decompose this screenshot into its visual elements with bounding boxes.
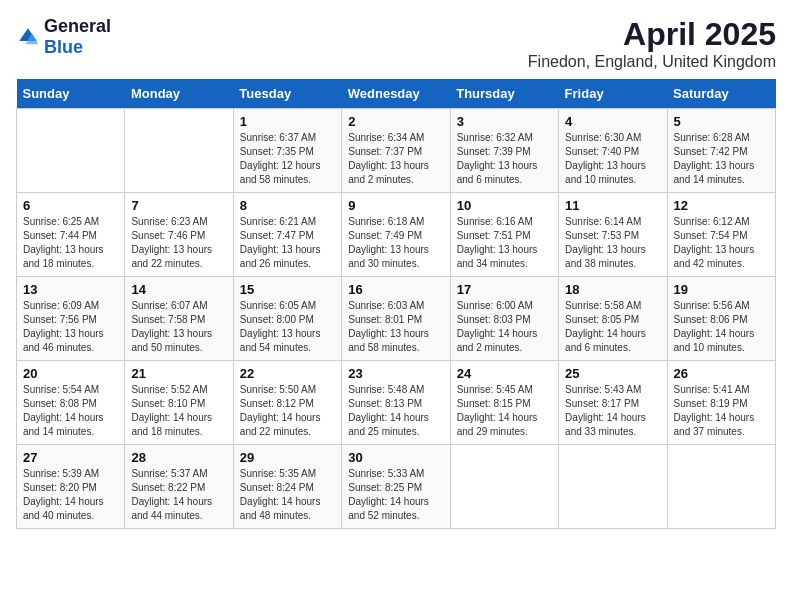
day-number: 4	[565, 114, 660, 129]
calendar-cell: 24Sunrise: 5:45 AMSunset: 8:15 PMDayligh…	[450, 361, 558, 445]
day-info: Sunrise: 5:56 AMSunset: 8:06 PMDaylight:…	[674, 299, 769, 355]
calendar-cell: 8Sunrise: 6:21 AMSunset: 7:47 PMDaylight…	[233, 193, 341, 277]
calendar-table: SundayMondayTuesdayWednesdayThursdayFrid…	[16, 79, 776, 529]
calendar-cell: 6Sunrise: 6:25 AMSunset: 7:44 PMDaylight…	[17, 193, 125, 277]
day-number: 12	[674, 198, 769, 213]
day-number: 28	[131, 450, 226, 465]
calendar-cell: 9Sunrise: 6:18 AMSunset: 7:49 PMDaylight…	[342, 193, 450, 277]
weekday-header: Sunday	[17, 79, 125, 109]
weekday-header: Wednesday	[342, 79, 450, 109]
day-info: Sunrise: 6:14 AMSunset: 7:53 PMDaylight:…	[565, 215, 660, 271]
day-info: Sunrise: 6:34 AMSunset: 7:37 PMDaylight:…	[348, 131, 443, 187]
title-block: April 2025 Finedon, England, United King…	[528, 16, 776, 71]
day-number: 23	[348, 366, 443, 381]
day-info: Sunrise: 6:05 AMSunset: 8:00 PMDaylight:…	[240, 299, 335, 355]
day-info: Sunrise: 5:35 AMSunset: 8:24 PMDaylight:…	[240, 467, 335, 523]
calendar-cell: 2Sunrise: 6:34 AMSunset: 7:37 PMDaylight…	[342, 109, 450, 193]
calendar-cell: 20Sunrise: 5:54 AMSunset: 8:08 PMDayligh…	[17, 361, 125, 445]
calendar-cell: 1Sunrise: 6:37 AMSunset: 7:35 PMDaylight…	[233, 109, 341, 193]
calendar-cell: 22Sunrise: 5:50 AMSunset: 8:12 PMDayligh…	[233, 361, 341, 445]
day-info: Sunrise: 5:39 AMSunset: 8:20 PMDaylight:…	[23, 467, 118, 523]
calendar-cell	[667, 445, 775, 529]
day-info: Sunrise: 6:21 AMSunset: 7:47 PMDaylight:…	[240, 215, 335, 271]
day-number: 1	[240, 114, 335, 129]
calendar-header: SundayMondayTuesdayWednesdayThursdayFrid…	[17, 79, 776, 109]
day-info: Sunrise: 6:09 AMSunset: 7:56 PMDaylight:…	[23, 299, 118, 355]
day-info: Sunrise: 6:16 AMSunset: 7:51 PMDaylight:…	[457, 215, 552, 271]
main-title: April 2025	[528, 16, 776, 53]
day-info: Sunrise: 6:32 AMSunset: 7:39 PMDaylight:…	[457, 131, 552, 187]
calendar-cell: 29Sunrise: 5:35 AMSunset: 8:24 PMDayligh…	[233, 445, 341, 529]
day-info: Sunrise: 6:28 AMSunset: 7:42 PMDaylight:…	[674, 131, 769, 187]
day-number: 30	[348, 450, 443, 465]
calendar-cell: 16Sunrise: 6:03 AMSunset: 8:01 PMDayligh…	[342, 277, 450, 361]
weekday-header: Saturday	[667, 79, 775, 109]
calendar-cell	[559, 445, 667, 529]
day-info: Sunrise: 5:50 AMSunset: 8:12 PMDaylight:…	[240, 383, 335, 439]
calendar-cell: 17Sunrise: 6:00 AMSunset: 8:03 PMDayligh…	[450, 277, 558, 361]
day-number: 27	[23, 450, 118, 465]
logo-text: General Blue	[44, 16, 111, 58]
day-number: 8	[240, 198, 335, 213]
logo-blue: Blue	[44, 37, 83, 57]
day-info: Sunrise: 5:33 AMSunset: 8:25 PMDaylight:…	[348, 467, 443, 523]
calendar-cell: 30Sunrise: 5:33 AMSunset: 8:25 PMDayligh…	[342, 445, 450, 529]
day-number: 9	[348, 198, 443, 213]
day-number: 16	[348, 282, 443, 297]
calendar-cell: 10Sunrise: 6:16 AMSunset: 7:51 PMDayligh…	[450, 193, 558, 277]
logo-general: General	[44, 16, 111, 36]
calendar-cell: 12Sunrise: 6:12 AMSunset: 7:54 PMDayligh…	[667, 193, 775, 277]
day-number: 21	[131, 366, 226, 381]
day-info: Sunrise: 6:00 AMSunset: 8:03 PMDaylight:…	[457, 299, 552, 355]
day-number: 22	[240, 366, 335, 381]
day-info: Sunrise: 5:52 AMSunset: 8:10 PMDaylight:…	[131, 383, 226, 439]
day-info: Sunrise: 6:18 AMSunset: 7:49 PMDaylight:…	[348, 215, 443, 271]
day-info: Sunrise: 5:41 AMSunset: 8:19 PMDaylight:…	[674, 383, 769, 439]
calendar-cell	[17, 109, 125, 193]
day-number: 20	[23, 366, 118, 381]
day-number: 5	[674, 114, 769, 129]
weekday-header: Thursday	[450, 79, 558, 109]
day-number: 17	[457, 282, 552, 297]
day-number: 13	[23, 282, 118, 297]
calendar-cell: 11Sunrise: 6:14 AMSunset: 7:53 PMDayligh…	[559, 193, 667, 277]
day-info: Sunrise: 5:43 AMSunset: 8:17 PMDaylight:…	[565, 383, 660, 439]
calendar-cell: 4Sunrise: 6:30 AMSunset: 7:40 PMDaylight…	[559, 109, 667, 193]
day-number: 26	[674, 366, 769, 381]
subtitle: Finedon, England, United Kingdom	[528, 53, 776, 71]
logo-icon	[16, 25, 40, 49]
day-info: Sunrise: 6:23 AMSunset: 7:46 PMDaylight:…	[131, 215, 226, 271]
day-info: Sunrise: 6:25 AMSunset: 7:44 PMDaylight:…	[23, 215, 118, 271]
day-info: Sunrise: 6:07 AMSunset: 7:58 PMDaylight:…	[131, 299, 226, 355]
calendar-cell: 13Sunrise: 6:09 AMSunset: 7:56 PMDayligh…	[17, 277, 125, 361]
calendar-body: 1Sunrise: 6:37 AMSunset: 7:35 PMDaylight…	[17, 109, 776, 529]
day-number: 10	[457, 198, 552, 213]
day-info: Sunrise: 5:48 AMSunset: 8:13 PMDaylight:…	[348, 383, 443, 439]
day-number: 19	[674, 282, 769, 297]
day-number: 24	[457, 366, 552, 381]
calendar-cell: 21Sunrise: 5:52 AMSunset: 8:10 PMDayligh…	[125, 361, 233, 445]
calendar-week-row: 6Sunrise: 6:25 AMSunset: 7:44 PMDaylight…	[17, 193, 776, 277]
day-number: 29	[240, 450, 335, 465]
day-info: Sunrise: 6:03 AMSunset: 8:01 PMDaylight:…	[348, 299, 443, 355]
calendar-week-row: 20Sunrise: 5:54 AMSunset: 8:08 PMDayligh…	[17, 361, 776, 445]
calendar-cell: 3Sunrise: 6:32 AMSunset: 7:39 PMDaylight…	[450, 109, 558, 193]
calendar-cell: 23Sunrise: 5:48 AMSunset: 8:13 PMDayligh…	[342, 361, 450, 445]
weekday-header: Friday	[559, 79, 667, 109]
weekday-header: Monday	[125, 79, 233, 109]
day-info: Sunrise: 5:54 AMSunset: 8:08 PMDaylight:…	[23, 383, 118, 439]
day-info: Sunrise: 6:30 AMSunset: 7:40 PMDaylight:…	[565, 131, 660, 187]
day-info: Sunrise: 5:58 AMSunset: 8:05 PMDaylight:…	[565, 299, 660, 355]
day-info: Sunrise: 6:37 AMSunset: 7:35 PMDaylight:…	[240, 131, 335, 187]
day-number: 18	[565, 282, 660, 297]
calendar-cell: 18Sunrise: 5:58 AMSunset: 8:05 PMDayligh…	[559, 277, 667, 361]
calendar-cell: 27Sunrise: 5:39 AMSunset: 8:20 PMDayligh…	[17, 445, 125, 529]
calendar-cell: 28Sunrise: 5:37 AMSunset: 8:22 PMDayligh…	[125, 445, 233, 529]
day-number: 7	[131, 198, 226, 213]
day-number: 3	[457, 114, 552, 129]
calendar-cell: 14Sunrise: 6:07 AMSunset: 7:58 PMDayligh…	[125, 277, 233, 361]
day-number: 6	[23, 198, 118, 213]
calendar-cell: 15Sunrise: 6:05 AMSunset: 8:00 PMDayligh…	[233, 277, 341, 361]
day-info: Sunrise: 5:45 AMSunset: 8:15 PMDaylight:…	[457, 383, 552, 439]
calendar-cell: 7Sunrise: 6:23 AMSunset: 7:46 PMDaylight…	[125, 193, 233, 277]
